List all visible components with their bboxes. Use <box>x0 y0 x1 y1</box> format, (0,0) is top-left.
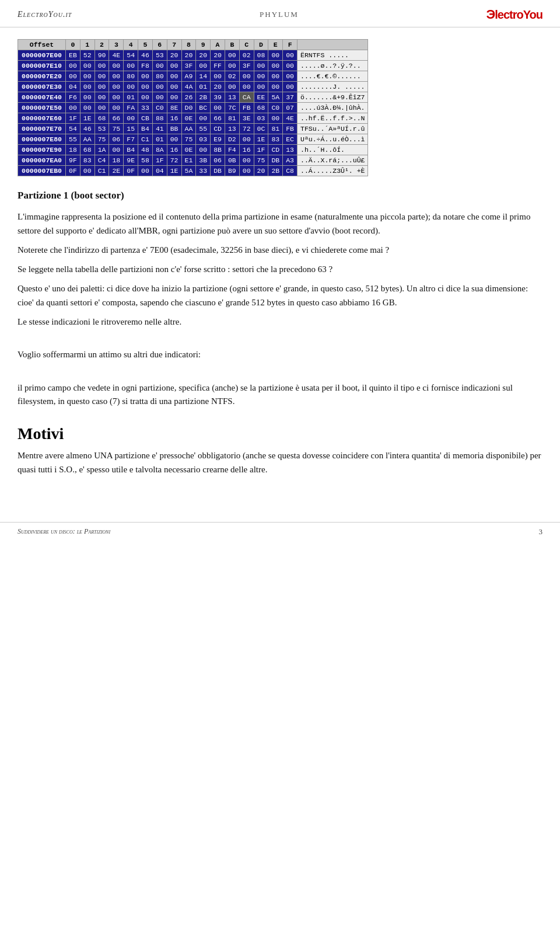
hex-cell: F6 <box>66 92 80 103</box>
hex-cell: 00 <box>167 82 181 92</box>
footer-title-text: Suddividere un disco: le Partizioni <box>18 527 110 535</box>
hex-cell: 48 <box>138 145 153 155</box>
hex-cell: 00 <box>225 61 239 71</box>
hex-cell: E9 <box>211 134 225 145</box>
hex-cell: 55 <box>66 134 80 145</box>
col-2: 2 <box>94 40 109 50</box>
hex-cell: 68 <box>80 145 94 155</box>
hex-table-body: 0000007E00EB52904E5446532020202000020800… <box>18 50 368 176</box>
hex-cell: 00 <box>196 61 211 71</box>
hex-cell: 00 <box>66 61 80 71</box>
hex-cell: 83 <box>80 155 94 166</box>
offset-cell: 0000007E30 <box>18 82 66 92</box>
offset-cell: 0000007E10 <box>18 61 66 71</box>
hex-cell: 00 <box>283 71 298 82</box>
hex-cell: 1E <box>80 113 94 124</box>
hex-cell: 9F <box>66 155 80 166</box>
site-name: ElectroYou.it <box>18 10 72 19</box>
hex-cell: 39 <box>211 92 225 103</box>
hex-cell: 0E <box>181 145 196 155</box>
hex-cell: 0F <box>66 166 80 176</box>
hex-cell: 1E <box>167 166 181 176</box>
hex-cell: 72 <box>239 124 254 134</box>
hex-cell: 03 <box>254 113 268 124</box>
main-content: Offset 0 1 2 3 4 5 6 7 8 9 A B C D E F <box>0 27 560 504</box>
table-row: 0000007E00EB52904E5446532020202000020800… <box>18 50 368 61</box>
offset-cell: 0000007E00 <box>18 50 66 61</box>
hex-cell: 00 <box>124 61 138 71</box>
ascii-cell: ..Á.....Z3Û¹. +È <box>298 166 368 176</box>
logo: ЭlectroYou <box>487 7 542 22</box>
hex-cell: 00 <box>239 71 254 82</box>
hex-cell: 06 <box>211 155 225 166</box>
hex-cell: 37 <box>283 92 298 103</box>
hex-cell: EE <box>254 92 268 103</box>
footer-page-number: 3 <box>539 527 543 537</box>
hex-cell: 00 <box>167 71 181 82</box>
paragraph2: Noterete che l'indirizzo di partenza e' … <box>18 243 542 257</box>
hex-cell: 75 <box>94 134 109 145</box>
table-row: 0000007E200000000080008000A9140002000000… <box>18 71 368 82</box>
hex-cell: 1A <box>94 145 109 155</box>
offset-cell: 0000007E60 <box>18 113 66 124</box>
hex-cell: 14 <box>196 71 211 82</box>
page-header: ElectroYou.it PHYLUM ЭlectroYou <box>0 0 560 27</box>
ascii-cell: Uªu.÷Á..u.éÒ...ì <box>298 134 368 145</box>
paragraph7: il primo campo che vedete in ogni partiz… <box>18 381 542 409</box>
hex-cell: 01 <box>124 92 138 103</box>
hex-cell: 00 <box>254 71 268 82</box>
hex-cell: 81 <box>225 113 239 124</box>
hex-cell: 00 <box>268 50 283 61</box>
hex-cell: 00 <box>80 71 94 82</box>
table-row: 0000007EB00F00C12E0F00041E5A33DBB900202B… <box>18 166 368 176</box>
hex-cell: 9E <box>124 155 138 166</box>
hex-cell: CD <box>211 124 225 134</box>
hex-cell: 00 <box>80 92 94 103</box>
hex-cell: 00 <box>239 155 254 166</box>
hex-cell: 88 <box>152 113 167 124</box>
section-name: PHYLUM <box>260 10 299 19</box>
hex-cell: B4 <box>138 124 153 134</box>
hex-cell: 00 <box>254 61 268 71</box>
col-7: 7 <box>167 40 181 50</box>
hex-cell: 00 <box>283 82 298 92</box>
ascii-cell: ö.......&+9.ÊîZ7 <box>298 92 368 103</box>
hex-cell: 00 <box>167 134 181 145</box>
intro-heading: Partizione 1 (boot sector) <box>18 188 542 203</box>
hex-cell: DB <box>211 166 225 176</box>
hex-cell: C4 <box>94 155 109 166</box>
offset-cell: 0000007E20 <box>18 71 66 82</box>
hex-cell: C1 <box>138 134 153 145</box>
hex-cell: 68 <box>254 103 268 113</box>
hex-cell: 53 <box>94 124 109 134</box>
hex-cell: 00 <box>109 92 124 103</box>
hex-cell: 13 <box>225 124 239 134</box>
hex-cell: 72 <box>167 155 181 166</box>
hex-cell: 00 <box>124 113 138 124</box>
section-name-text: PHYLUM <box>260 10 299 19</box>
hex-cell: 00 <box>268 82 283 92</box>
hex-cell: 00 <box>283 61 298 71</box>
hex-cell: 00 <box>109 61 124 71</box>
hex-cell: 46 <box>80 124 94 134</box>
hex-cell: 00 <box>66 71 80 82</box>
offset-cell: 0000007E90 <box>18 145 66 155</box>
hex-cell: 5A <box>181 166 196 176</box>
hex-cell: 00 <box>167 61 181 71</box>
hex-cell: 00 <box>80 166 94 176</box>
hex-cell: FB <box>239 103 254 113</box>
hex-cell: 1F <box>66 113 80 124</box>
offset-cell: 0000007E70 <box>18 124 66 134</box>
hex-cell: 00 <box>109 71 124 82</box>
hex-cell: DB <box>268 155 283 166</box>
hex-cell: 00 <box>283 50 298 61</box>
hex-cell: 00 <box>109 145 124 155</box>
col-c: C <box>239 40 254 50</box>
paragraph6: Voglio soffermarmi un attimo su altri du… <box>18 348 542 361</box>
ascii-cell: ........J. ..... <box>298 82 368 92</box>
hex-cell: 75 <box>181 134 196 145</box>
hex-cell: 3F <box>239 61 254 71</box>
hex-cell: C1 <box>94 166 109 176</box>
hex-cell: D0 <box>181 103 196 113</box>
intro-section: Partizione 1 (boot sector) L'immagine ra… <box>18 188 542 408</box>
